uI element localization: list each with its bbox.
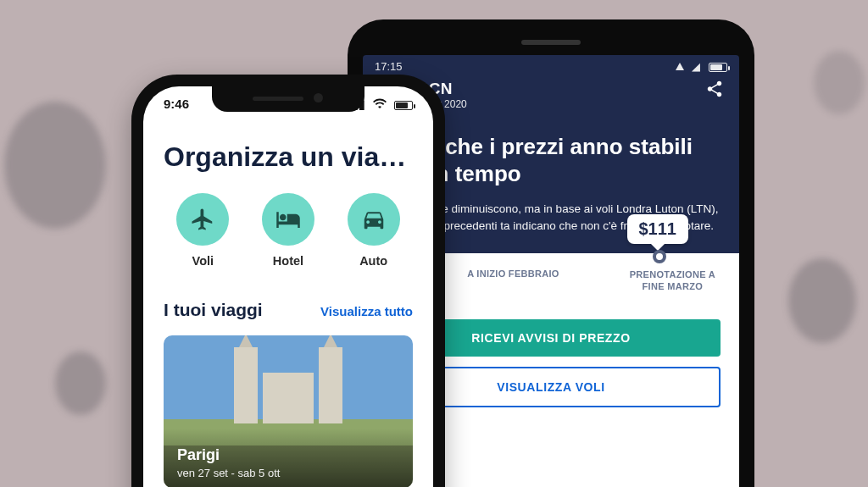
chart-label-mid: A INIZIO FEBBRAIO: [467, 268, 559, 293]
chart-label-right: PRENOTAZIONE A FINE MARZO: [630, 268, 715, 293]
iphone-device-frame: 9:46 ▮▮▮ Organizza un viag… Voli: [131, 75, 445, 487]
battery-icon: [394, 101, 413, 110]
category-flights[interactable]: Voli: [164, 193, 241, 268]
bg-balloon: [788, 258, 856, 343]
category-label: Voli: [192, 254, 214, 268]
ios-status-time: 9:46: [164, 97, 189, 111]
trip-card-paris[interactable]: Parigi ven 27 set - sab 5 ott: [164, 335, 413, 487]
chart-label-right-l2: FINE MARZO: [643, 281, 703, 291]
bed-icon: [262, 193, 314, 246]
trips-section-title: I tuoi viaggi: [164, 300, 263, 320]
category-hotels[interactable]: Hotel: [250, 193, 326, 268]
trips-section-header: I tuoi viaggi Visualizza tutto: [143, 274, 433, 330]
category-label: Auto: [359, 254, 387, 268]
iphone-screen: 9:46 ▮▮▮ Organizza un viag… Voli: [143, 86, 433, 487]
trip-city: Parigi: [177, 446, 220, 464]
android-status-icons: ◢: [670, 60, 727, 73]
price-tag: $111: [627, 214, 689, 244]
category-cars[interactable]: Auto: [336, 193, 412, 268]
category-label: Hotel: [273, 254, 303, 268]
share-icon[interactable]: [705, 80, 724, 102]
wifi-icon: [373, 97, 390, 111]
signal-icon: [676, 63, 684, 70]
car-icon: [348, 193, 400, 246]
chart-label-right-l1: PRENOTAZIONE A: [630, 269, 715, 279]
iphone-notch: [212, 86, 364, 112]
trip-card-illustration: [234, 347, 342, 423]
network-icon: ◢: [692, 60, 700, 73]
bg-balloon: [55, 351, 106, 415]
category-row: Voli Hotel Auto: [143, 188, 433, 274]
view-all-link[interactable]: Visualizza tutto: [320, 304, 413, 318]
android-status-bar: 17:15 ◢: [363, 55, 739, 76]
chart-marker: [653, 250, 666, 263]
bg-balloon: [814, 51, 865, 114]
page-title: Organizza un viag…: [143, 116, 433, 188]
plane-icon: [176, 193, 229, 246]
battery-icon: [709, 63, 727, 72]
android-status-time: 17:15: [375, 60, 403, 73]
trip-dates: ven 27 set - sab 5 ott: [177, 467, 280, 479]
bg-balloon: [4, 102, 106, 229]
android-speaker: [521, 40, 581, 45]
